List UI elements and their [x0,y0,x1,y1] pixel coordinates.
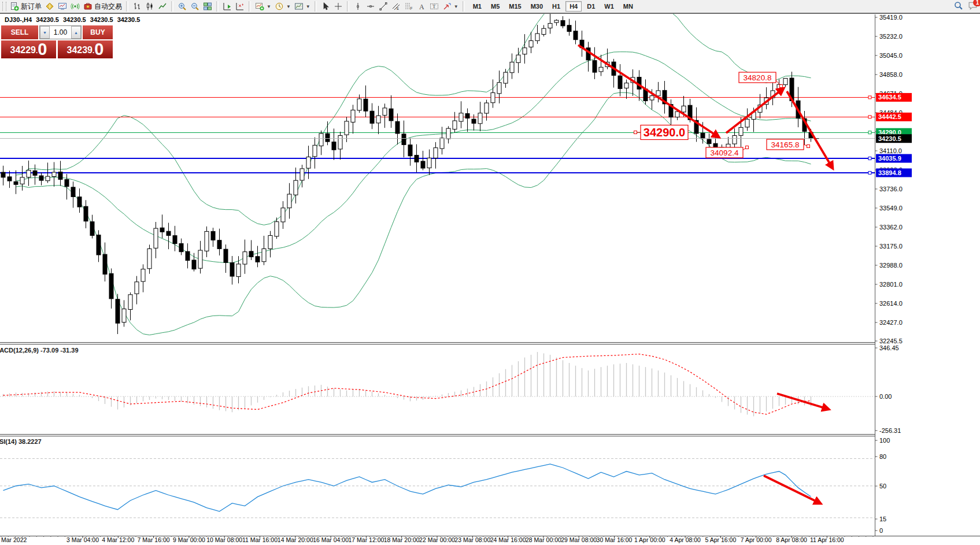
date-label: 14 Mar 20:00 [278,536,313,543]
trend-arrow[interactable] [726,88,783,133]
annotation-handle[interactable] [746,146,749,149]
timeframe-m30[interactable]: M30 [527,1,547,12]
candle-body [389,109,393,121]
timeframe-m15[interactable]: M15 [505,1,525,12]
line-chart-button[interactable] [156,1,169,12]
volume-input[interactable]: 1.00 [50,26,71,39]
clock-icon [275,2,284,11]
autotrade-button[interactable]: 自动交易 [82,1,124,12]
tile-windows-button[interactable] [201,1,214,12]
volume-increase-button[interactable]: ▲ [71,26,81,39]
dropdown-arrow-icon[interactable]: ▼ [306,4,310,9]
trendline-button[interactable] [377,1,390,12]
new-order-button-label: 新订单 [21,2,42,12]
line-handle[interactable] [868,157,871,160]
search-icon[interactable] [953,1,963,13]
signals-button[interactable] [69,1,82,12]
terminal-button[interactable] [56,1,69,12]
label-button[interactable]: T [428,1,441,12]
fibo-button[interactable]: F [402,1,415,12]
quotes-button[interactable] [43,1,56,12]
text-button[interactable]: A [415,1,428,12]
templates-button[interactable]: ▼ [293,1,312,12]
crosshair-button[interactable] [332,1,345,12]
line-handle[interactable] [868,96,871,99]
candlestick-button[interactable] [143,1,156,12]
toolbar-separator [216,1,219,12]
hline-button[interactable] [364,1,377,12]
macd-axis-label: 0.00 [879,393,892,400]
axis-tick-label: 32988.0 [879,262,903,269]
bar-chart-button[interactable] [131,1,143,12]
timeframe-m1[interactable]: M1 [469,1,486,12]
toolbar-grip[interactable] [2,2,6,11]
auto-scroll-button[interactable] [221,1,234,12]
buy-button[interactable]: BUY [82,25,113,39]
periods-button[interactable]: ▼ [273,1,293,12]
chart-area[interactable]: 35419.035232.035045.034858.034671.034484… [0,0,980,545]
axis-tick-label: 33362.0 [879,224,903,231]
annotation-handle[interactable] [780,85,783,88]
sell-price-button[interactable]: 34229.0 [1,40,56,58]
tile-windows-icon [203,2,212,11]
add-indicator-icon [255,2,264,11]
trading-terminal-window: 新订单自动交易▼▼▼EFAT▼ M1M5M15M30H1H4D1W1MN 1 D… [0,0,980,545]
volume-decrease-button[interactable]: ▼ [40,26,50,39]
buy-price-button[interactable]: 34239.0 [58,40,113,58]
trend-arrow[interactable] [787,91,833,168]
dropdown-arrow-icon[interactable]: ▼ [454,4,458,9]
candle-body [434,148,438,158]
candle-body [364,99,368,111]
date-label: 3 Mar 04:00 [66,536,99,543]
dropdown-arrow-icon[interactable]: ▼ [286,4,291,9]
timeframe-h1[interactable]: H1 [548,1,564,12]
zoom-in-button[interactable] [176,1,188,12]
ohlc-high: 34230.5 [63,16,86,23]
candle-body [472,119,476,123]
candle-body [14,181,18,184]
new-order-button[interactable]: 新订单 [8,1,43,12]
annotation-price-text: 34290.0 [644,126,685,139]
candle-body [599,67,603,72]
candle-body [287,194,291,208]
zoom-out-button[interactable] [188,1,201,12]
trend-arrow[interactable] [764,476,820,503]
annotation-handle[interactable] [634,131,637,134]
timeframe-mn[interactable]: MN [619,1,637,12]
timeframe-m5[interactable]: M5 [487,1,504,12]
chart-shift-button[interactable] [234,1,246,12]
timeframe-toolbar: M1M5M15M30H1H4D1W1MN [468,1,638,12]
candle-body [357,99,361,110]
toolbar-groups: 新订单自动交易▼▼▼EFAT▼ [8,1,467,12]
timeframe-d1[interactable]: D1 [583,1,599,12]
candle-body [192,260,196,269]
chat-icon[interactable]: 1 [968,1,978,13]
line-handle[interactable] [868,131,871,134]
price-label-text: 34634.5 [878,94,901,101]
trend-arrow[interactable] [578,45,719,137]
date-label: 24 Mar 16:00 [490,536,526,543]
cursor-button[interactable] [319,1,332,12]
line-handle[interactable] [868,171,871,174]
candle-body [319,134,323,146]
timeframe-w1[interactable]: W1 [600,1,618,12]
timeframe-h4[interactable]: H4 [565,1,582,12]
toolbar-separator [126,1,128,12]
new-order-icon [10,2,19,11]
rsi-axis-label: 80 [879,453,886,460]
sell-button[interactable]: SELL [1,25,39,39]
vline-button[interactable] [352,1,364,12]
axis-tick-label: 32614.0 [879,300,903,307]
axis-tick-label: 34858.0 [879,71,903,78]
line-handle[interactable] [868,116,871,118]
candle-body [249,251,253,257]
shapes-button[interactable]: ▼ [441,1,460,12]
price-label-text: 34035.9 [878,155,901,162]
trendline-icon [379,2,388,11]
channel-button[interactable]: E [390,1,402,12]
dropdown-arrow-icon[interactable]: ▼ [267,4,271,9]
date-label: 11 Apr 16:00 [810,536,844,543]
annotation-handle[interactable] [807,145,810,148]
candle-body [154,228,158,248]
indicators-button[interactable]: ▼ [253,1,273,12]
